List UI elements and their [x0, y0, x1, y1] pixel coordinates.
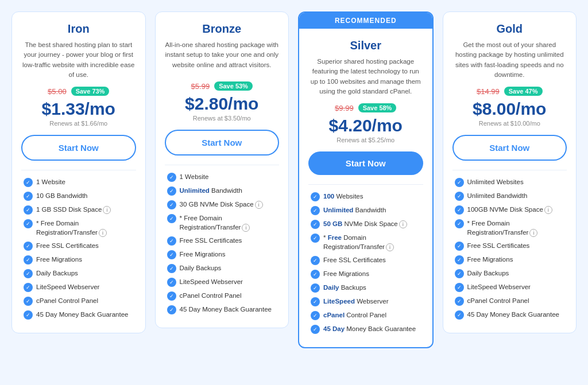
- feature-item: ✓ Unlimited Websites: [455, 177, 565, 187]
- check-icon: ✓: [24, 242, 33, 251]
- feature-item: ✓ 100 Websites: [311, 192, 421, 201]
- check-icon: ✓: [167, 200, 176, 209]
- feature-item: ✓ 45 Day Money Back Guarantee: [24, 310, 134, 320]
- feature-text: LiteSpeed Webserver: [467, 282, 531, 291]
- feature-item: ✓ Daily Backups: [455, 269, 565, 278]
- plan-card-bronze: Bronze All-in-one shared hosting package…: [155, 11, 289, 328]
- info-icon: i: [399, 220, 407, 228]
- feature-item: ✓ 50 GB NVMe Disk Spacei: [311, 219, 421, 229]
- feature-item: ✓ Free Migrations: [24, 255, 134, 265]
- feature-text: 100GB NVMe Disk Spacei: [467, 205, 552, 214]
- feature-item: ✓ 1 Website: [167, 172, 277, 182]
- feature-item: ✓ Free SSL Certificates: [24, 241, 134, 251]
- check-icon: ✓: [167, 291, 176, 301]
- price-row: $9.99 Save 58%: [308, 103, 423, 112]
- check-icon: ✓: [455, 310, 464, 320]
- feature-item: ✓ Free Migrations: [167, 250, 277, 259]
- check-icon: ✓: [311, 270, 320, 279]
- feature-text: 10 GB Bandwidth: [36, 191, 88, 200]
- feature-item: ✓ cPanel Control Panel: [455, 296, 565, 306]
- renews-text: Renews at $10.00/mo: [452, 120, 567, 127]
- original-price: $14.99: [477, 87, 500, 96]
- check-icon: ✓: [24, 269, 33, 278]
- recommended-badge: RECOMMENDED: [299, 13, 432, 29]
- feature-item: ✓ LiteSpeed Webserver: [455, 282, 565, 292]
- feature-item: ✓ cPanel Control Panel: [167, 291, 277, 301]
- check-icon: ✓: [167, 250, 176, 259]
- check-icon: ✓: [311, 220, 320, 229]
- original-price: $5.99: [191, 82, 210, 91]
- plan-name: Gold: [452, 22, 567, 36]
- check-icon: ✓: [311, 234, 320, 243]
- feature-item: ✓ 45 Day Money Back Guarantee: [311, 324, 421, 334]
- feature-text: Free SSL Certificates: [323, 255, 386, 265]
- feature-item: ✓ 1 GB SSD Disk Spacei: [24, 205, 134, 215]
- check-icon: ✓: [455, 269, 464, 278]
- feature-item: ✓ 1 Website: [24, 177, 134, 187]
- feature-item: ✓ Free SSL Certificates: [455, 241, 565, 251]
- info-icon: i: [544, 206, 552, 214]
- feature-text: * Free Domain Registration/Transferi: [180, 213, 277, 232]
- feature-text: Free Migrations: [36, 255, 82, 264]
- plan-body: Gold Get the most out of your shared hos…: [443, 12, 577, 320]
- feature-item: ✓ Daily Backups: [167, 263, 277, 273]
- features-list: ✓ 1 Website ✓ Unlimited Bandwidth ✓ 30 G…: [165, 172, 280, 314]
- feature-text: Daily Backups: [467, 269, 509, 278]
- feature-text: * Free Domain Registration/Transferi: [36, 219, 134, 237]
- feature-text: 45 Day Money Back Guarantee: [323, 324, 416, 333]
- feature-text: Free Migrations: [180, 250, 226, 259]
- check-icon: ✓: [167, 173, 176, 182]
- features-list: ✓ 1 Website ✓ 10 GB Bandwidth ✓ 1 GB SSD…: [21, 177, 136, 320]
- feature-text: Free SSL Certificates: [36, 241, 99, 250]
- start-now-button[interactable]: Start Now: [21, 135, 136, 161]
- check-icon: ✓: [455, 178, 464, 187]
- start-now-button[interactable]: Start Now: [308, 151, 423, 175]
- info-icon: i: [99, 229, 107, 237]
- main-price: $8.00/mo: [452, 99, 567, 119]
- feature-item: ✓ LiteSpeed Webserver: [24, 282, 134, 292]
- feature-text: Unlimited Websites: [467, 177, 524, 186]
- plan-desc: Superior shared hosting package featurin…: [308, 57, 423, 96]
- check-icon: ✓: [311, 297, 320, 306]
- plan-name: Silver: [308, 39, 423, 52]
- renews-text: Renews at $1.66/mo: [21, 120, 136, 127]
- main-price: $1.33/mo: [21, 99, 136, 119]
- price-row: $5.00 Save 73%: [21, 87, 136, 96]
- start-now-button[interactable]: Start Now: [452, 135, 567, 161]
- save-badge: Save 73%: [71, 87, 110, 96]
- feature-text: Free Migrations: [467, 255, 513, 264]
- save-badge: Save 58%: [358, 103, 397, 112]
- renews-text: Renews at $5.25/mo: [308, 137, 423, 143]
- feature-item: ✓ Unlimited Bandwidth: [167, 186, 277, 196]
- price-row: $14.99 Save 47%: [452, 87, 567, 96]
- feature-text: cPanel Control Panel: [180, 291, 242, 300]
- check-icon: ✓: [24, 192, 33, 201]
- feature-text: * Free Domain Registration/Transferi: [467, 219, 565, 237]
- plans-container: Iron The best shared hosting plan to sta…: [11, 11, 577, 348]
- check-icon: ✓: [455, 283, 464, 292]
- check-icon: ✓: [311, 325, 320, 334]
- plan-body: Silver Superior shared hosting package f…: [299, 29, 432, 334]
- check-icon: ✓: [455, 255, 464, 265]
- feature-item: ✓ * Free Domain Registration/Transferi: [311, 233, 421, 251]
- feature-text: cPanel Control Panel: [36, 296, 98, 305]
- feature-text: 1 Website: [180, 172, 209, 181]
- feature-item: ✓ Free SSL Certificates: [167, 236, 277, 246]
- divider: [308, 184, 423, 185]
- check-icon: ✓: [455, 297, 464, 306]
- plan-name: Iron: [21, 22, 136, 36]
- check-icon: ✓: [24, 297, 33, 306]
- feature-item: ✓ * Free Domain Registration/Transferi: [167, 213, 277, 232]
- divider: [165, 165, 280, 165]
- start-now-button[interactable]: Start Now: [165, 130, 280, 155]
- check-icon: ✓: [167, 264, 176, 273]
- feature-text: 1 Website: [36, 177, 65, 186]
- feature-text: LiteSpeed Webserver: [36, 282, 99, 291]
- feature-text: Daily Backups: [180, 263, 222, 273]
- plan-name: Bronze: [165, 22, 280, 36]
- feature-item: ✓ Unlimited Bandwidth: [455, 191, 565, 201]
- plan-card-iron: Iron The best shared hosting plan to sta…: [11, 11, 146, 333]
- plan-body: Iron The best shared hosting plan to sta…: [12, 12, 145, 320]
- feature-item: ✓ LiteSpeed Webserver: [311, 297, 421, 306]
- feature-item: ✓ Free Migrations: [311, 269, 421, 279]
